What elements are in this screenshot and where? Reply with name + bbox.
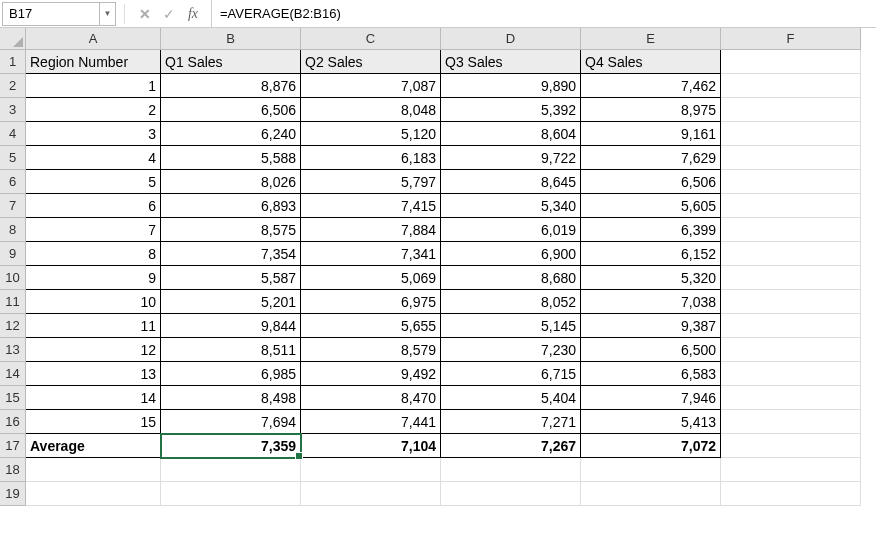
- cell-F5[interactable]: [721, 146, 861, 170]
- cell-E16[interactable]: 5,413: [581, 410, 721, 434]
- cell-E15[interactable]: 7,946: [581, 386, 721, 410]
- row-header-14[interactable]: 14: [0, 362, 26, 386]
- cell-C16[interactable]: 7,441: [301, 410, 441, 434]
- cell-E11[interactable]: 7,038: [581, 290, 721, 314]
- row-header-12[interactable]: 12: [0, 314, 26, 338]
- cell-D7[interactable]: 5,340: [441, 194, 581, 218]
- cell-C2[interactable]: 7,087: [301, 74, 441, 98]
- cell-F12[interactable]: [721, 314, 861, 338]
- cell-C13[interactable]: 8,579: [301, 338, 441, 362]
- cell-D9[interactable]: 6,900: [441, 242, 581, 266]
- cell-A11[interactable]: 10: [26, 290, 161, 314]
- cell-D12[interactable]: 5,145: [441, 314, 581, 338]
- row-header-15[interactable]: 15: [0, 386, 26, 410]
- col-header-E[interactable]: E: [581, 28, 721, 50]
- cell-B9[interactable]: 7,354: [161, 242, 301, 266]
- row-header-7[interactable]: 7: [0, 194, 26, 218]
- cell-B13[interactable]: 8,511: [161, 338, 301, 362]
- cell-D10[interactable]: 8,680: [441, 266, 581, 290]
- cell-A10[interactable]: 9: [26, 266, 161, 290]
- row-header-16[interactable]: 16: [0, 410, 26, 434]
- cell-C11[interactable]: 6,975: [301, 290, 441, 314]
- cell-C3[interactable]: 8,048: [301, 98, 441, 122]
- cell-E18[interactable]: [581, 458, 721, 482]
- cell-C17[interactable]: 7,104: [301, 434, 441, 458]
- cell-C7[interactable]: 7,415: [301, 194, 441, 218]
- cell-A6[interactable]: 5: [26, 170, 161, 194]
- cell-E10[interactable]: 5,320: [581, 266, 721, 290]
- cell-D15[interactable]: 5,404: [441, 386, 581, 410]
- cell-B15[interactable]: 8,498: [161, 386, 301, 410]
- cell-E19[interactable]: [581, 482, 721, 506]
- cell-A17[interactable]: Average: [26, 434, 161, 458]
- row-header-9[interactable]: 9: [0, 242, 26, 266]
- cell-B19[interactable]: [161, 482, 301, 506]
- row-header-13[interactable]: 13: [0, 338, 26, 362]
- cell-D11[interactable]: 8,052: [441, 290, 581, 314]
- col-header-D[interactable]: D: [441, 28, 581, 50]
- cell-D6[interactable]: 8,645: [441, 170, 581, 194]
- cell-D17[interactable]: 7,267: [441, 434, 581, 458]
- row-header-6[interactable]: 6: [0, 170, 26, 194]
- cell-C6[interactable]: 5,797: [301, 170, 441, 194]
- cell-F16[interactable]: [721, 410, 861, 434]
- name-box[interactable]: B17: [2, 2, 100, 26]
- cell-C18[interactable]: [301, 458, 441, 482]
- row-header-19[interactable]: 19: [0, 482, 26, 506]
- spreadsheet-grid[interactable]: ABCDEF1Region NumberQ1 SalesQ2 SalesQ3 S…: [0, 28, 876, 506]
- cell-B12[interactable]: 9,844: [161, 314, 301, 338]
- cell-A3[interactable]: 2: [26, 98, 161, 122]
- col-header-C[interactable]: C: [301, 28, 441, 50]
- cell-A9[interactable]: 8: [26, 242, 161, 266]
- cell-D14[interactable]: 6,715: [441, 362, 581, 386]
- cell-B10[interactable]: 5,587: [161, 266, 301, 290]
- cell-A5[interactable]: 4: [26, 146, 161, 170]
- cell-B17[interactable]: 7,359: [161, 434, 301, 458]
- row-header-8[interactable]: 8: [0, 218, 26, 242]
- cell-D3[interactable]: 5,392: [441, 98, 581, 122]
- cell-B2[interactable]: 8,876: [161, 74, 301, 98]
- cell-B5[interactable]: 5,588: [161, 146, 301, 170]
- cell-D19[interactable]: [441, 482, 581, 506]
- cell-B11[interactable]: 5,201: [161, 290, 301, 314]
- cell-E3[interactable]: 8,975: [581, 98, 721, 122]
- cell-A2[interactable]: 1: [26, 74, 161, 98]
- cell-F10[interactable]: [721, 266, 861, 290]
- cell-E14[interactable]: 6,583: [581, 362, 721, 386]
- fx-icon[interactable]: fx: [181, 2, 205, 26]
- cell-E13[interactable]: 6,500: [581, 338, 721, 362]
- cell-C10[interactable]: 5,069: [301, 266, 441, 290]
- cell-E7[interactable]: 5,605: [581, 194, 721, 218]
- cell-F7[interactable]: [721, 194, 861, 218]
- col-header-A[interactable]: A: [26, 28, 161, 50]
- cell-B7[interactable]: 6,893: [161, 194, 301, 218]
- cell-A1[interactable]: Region Number: [26, 50, 161, 74]
- cell-A19[interactable]: [26, 482, 161, 506]
- cell-E9[interactable]: 6,152: [581, 242, 721, 266]
- cell-F6[interactable]: [721, 170, 861, 194]
- cell-D8[interactable]: 6,019: [441, 218, 581, 242]
- cell-C12[interactable]: 5,655: [301, 314, 441, 338]
- row-header-10[interactable]: 10: [0, 266, 26, 290]
- cell-A15[interactable]: 14: [26, 386, 161, 410]
- cell-D5[interactable]: 9,722: [441, 146, 581, 170]
- col-header-B[interactable]: B: [161, 28, 301, 50]
- cell-A18[interactable]: [26, 458, 161, 482]
- cell-C8[interactable]: 7,884: [301, 218, 441, 242]
- col-header-F[interactable]: F: [721, 28, 861, 50]
- formula-input[interactable]: =AVERAGE(B2:B16): [211, 0, 876, 27]
- cell-F4[interactable]: [721, 122, 861, 146]
- cell-D1[interactable]: Q3 Sales: [441, 50, 581, 74]
- cell-F1[interactable]: [721, 50, 861, 74]
- cell-F14[interactable]: [721, 362, 861, 386]
- row-header-3[interactable]: 3: [0, 98, 26, 122]
- cell-F15[interactable]: [721, 386, 861, 410]
- cell-F9[interactable]: [721, 242, 861, 266]
- cell-A16[interactable]: 15: [26, 410, 161, 434]
- cell-C9[interactable]: 7,341: [301, 242, 441, 266]
- cell-B4[interactable]: 6,240: [161, 122, 301, 146]
- cell-B14[interactable]: 6,985: [161, 362, 301, 386]
- cell-E1[interactable]: Q4 Sales: [581, 50, 721, 74]
- cell-E2[interactable]: 7,462: [581, 74, 721, 98]
- name-box-dropdown[interactable]: ▼: [100, 2, 116, 26]
